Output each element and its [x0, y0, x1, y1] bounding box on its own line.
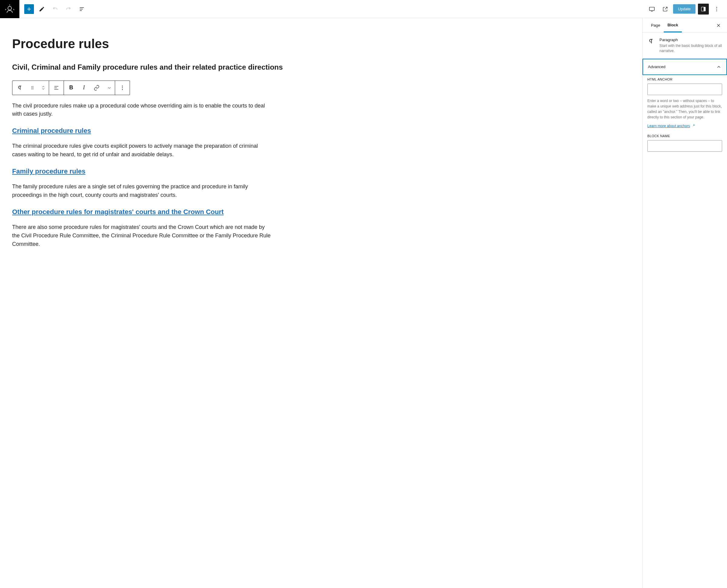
more-vertical-icon [714, 6, 720, 12]
chevron-up-icon [716, 64, 722, 70]
html-anchor-help: Enter a word or two – without spaces – t… [647, 98, 722, 120]
more-formatting-button[interactable] [104, 81, 115, 95]
svg-point-0 [8, 6, 12, 10]
paragraph-block[interactable]: There are also some procedure rules for … [12, 223, 273, 249]
heading-link[interactable]: Family procedure rules [12, 167, 85, 175]
block-type-name: Paragraph [660, 38, 722, 42]
settings-toggle-button[interactable] [698, 4, 709, 15]
page-title[interactable]: Procedure rules [12, 36, 630, 51]
heading-block[interactable]: Family procedure rules [12, 167, 630, 175]
plus-icon [26, 6, 32, 12]
block-type-button[interactable] [13, 81, 27, 95]
italic-button[interactable]: I [79, 81, 89, 95]
svg-rect-3 [704, 7, 706, 11]
svg-point-8 [33, 86, 33, 87]
view-button[interactable] [646, 4, 657, 15]
crest-icon [4, 4, 15, 15]
block-name-label: BLOCK NAME [647, 134, 722, 138]
heading-link[interactable]: Criminal procedure rules [12, 127, 91, 134]
panel-title: Advanced [648, 64, 665, 69]
block-options-button[interactable] [115, 81, 130, 95]
drag-handle[interactable] [27, 81, 38, 95]
close-icon [716, 23, 721, 28]
editor-canvas[interactable]: Procedure rules Civil, Criminal and Fami… [0, 18, 642, 588]
heading-link[interactable]: Other procedure rules for magistrates' c… [12, 208, 224, 215]
redo-button[interactable] [63, 4, 74, 15]
paragraph-block[interactable]: The civil procedure rules make up a proc… [12, 102, 273, 119]
site-logo[interactable] [0, 0, 19, 18]
link-icon [94, 85, 100, 91]
pencil-icon [39, 6, 45, 12]
redo-icon [65, 6, 72, 13]
svg-rect-1 [649, 7, 655, 10]
italic-icon: I [83, 84, 85, 91]
external-link-icon [662, 6, 668, 12]
learn-more-anchors-link[interactable]: Learn more about anchors [647, 124, 695, 128]
undo-icon [52, 6, 59, 13]
list-view-icon [79, 6, 85, 12]
align-button[interactable] [49, 81, 64, 95]
link-button[interactable] [89, 81, 104, 95]
svg-point-11 [32, 89, 32, 89]
svg-point-4 [716, 7, 717, 7]
external-link-icon [691, 124, 695, 128]
settings-sidebar: Page Block Paragraph Start with the basi… [642, 18, 727, 588]
bold-icon: B [69, 84, 73, 91]
html-anchor-input[interactable] [647, 84, 722, 95]
block-type-description: Start with the basic building block of a… [660, 43, 722, 54]
document-overview-button[interactable] [76, 4, 87, 15]
edit-mode-button[interactable] [36, 4, 47, 15]
chevron-down-icon [107, 85, 112, 90]
heading-block[interactable]: Other procedure rules for magistrates' c… [12, 208, 630, 216]
block-toolbar: B I [12, 81, 130, 95]
svg-point-12 [33, 89, 33, 89]
close-sidebar-button[interactable] [715, 22, 722, 29]
svg-point-9 [32, 87, 32, 88]
panel-advanced-toggle[interactable]: Advanced [643, 59, 727, 75]
undo-button[interactable] [50, 4, 61, 15]
svg-point-6 [716, 10, 717, 11]
svg-point-5 [716, 8, 717, 9]
tab-page[interactable]: Page [647, 19, 664, 32]
svg-point-13 [122, 85, 123, 86]
paragraph-block[interactable]: The criminal procedure rules give courts… [12, 142, 273, 159]
paragraph-icon [17, 85, 23, 91]
svg-point-14 [122, 87, 123, 88]
paragraph-block[interactable]: The family procedure rules are a single … [12, 183, 273, 200]
move-button[interactable] [38, 81, 49, 95]
paragraph-icon [647, 38, 655, 45]
svg-point-7 [32, 86, 32, 87]
align-left-icon [53, 85, 59, 91]
html-anchor-label: HTML ANCHOR [647, 78, 722, 81]
svg-point-10 [33, 87, 33, 88]
sidebar-icon [700, 6, 706, 12]
up-down-icon [41, 84, 46, 91]
preview-button[interactable] [660, 4, 671, 15]
heading-block[interactable]: Criminal procedure rules [12, 127, 630, 135]
page-subtitle[interactable]: Civil, Criminal and Family procedure rul… [12, 62, 630, 72]
bold-button[interactable]: B [64, 81, 79, 95]
more-vertical-icon [119, 85, 125, 91]
block-name-input[interactable] [647, 140, 722, 152]
svg-point-15 [122, 89, 123, 90]
tab-block[interactable]: Block [664, 19, 682, 33]
desktop-icon [648, 6, 655, 13]
top-toolbar: Update [0, 0, 727, 18]
drag-icon [30, 85, 35, 90]
block-info: Paragraph Start with the basic building … [643, 33, 727, 59]
options-button[interactable] [711, 4, 722, 15]
update-button[interactable]: Update [673, 4, 695, 14]
add-block-button[interactable] [24, 4, 34, 14]
